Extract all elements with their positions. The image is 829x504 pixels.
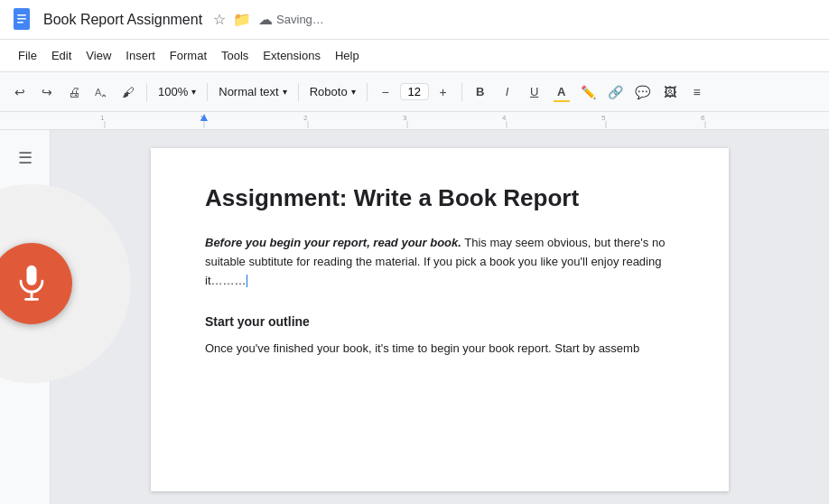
menu-help[interactable]: Help: [328, 45, 367, 66]
font-size-increase-button[interactable]: +: [431, 79, 456, 105]
menu-extensions[interactable]: Extensions: [256, 45, 328, 66]
title-bar: Book Report Assignment ☆ 📁 ☁ Saving…: [0, 0, 829, 40]
voice-input-button[interactable]: [0, 243, 72, 324]
star-icon[interactable]: ☆: [213, 11, 226, 28]
svg-text:6: 6: [701, 114, 705, 122]
saving-status: Saving…: [276, 13, 324, 26]
svg-text:3: 3: [403, 114, 407, 122]
separator-3: [298, 83, 299, 101]
section2-title: Start your outline: [205, 312, 675, 331]
zoom-dropdown[interactable]: 100% ▾: [153, 79, 201, 105]
document-heading: Assignment: Write a Book Report: [205, 184, 675, 212]
bold-button[interactable]: B: [468, 79, 493, 105]
document-body[interactable]: Before you begin your report, read your …: [205, 234, 675, 359]
toolbar: ↩ ↪ 🖨 A 🖌 100% ▾ Normal text ▾ Roboto ▾ …: [0, 72, 829, 112]
svg-rect-20: [26, 266, 36, 285]
svg-text:4: 4: [502, 114, 507, 122]
ruler-content: 1 1 2 3 4 5 6: [51, 112, 829, 129]
menu-view[interactable]: View: [79, 45, 118, 66]
menu-file[interactable]: File: [11, 45, 44, 66]
svg-text:2: 2: [303, 114, 308, 122]
menu-tools[interactable]: Tools: [214, 45, 256, 66]
separator-5: [461, 83, 462, 101]
sidebar: ☰: [0, 130, 51, 504]
menu-bar: File Edit View Insert Format Tools Exten…: [0, 40, 829, 72]
font-size-input[interactable]: [400, 83, 429, 100]
svg-text:1: 1: [100, 114, 105, 122]
highlight-button[interactable]: ✏️: [576, 79, 601, 105]
menu-format[interactable]: Format: [163, 45, 214, 66]
document-area: Assignment: Write a Book Report Before y…: [51, 130, 829, 504]
undo-button[interactable]: ↩: [7, 79, 33, 105]
menu-insert[interactable]: Insert: [118, 45, 163, 66]
italic-button[interactable]: I: [495, 79, 520, 105]
font-family-arrow: ▾: [351, 87, 356, 97]
svg-rect-1: [17, 14, 26, 16]
separator-4: [367, 83, 368, 101]
text-cursor: [247, 275, 247, 287]
paint-format-button[interactable]: 🖌: [116, 79, 141, 105]
spell-check-button[interactable]: A: [88, 79, 114, 105]
image-button[interactable]: 🖼: [657, 79, 683, 105]
font-family-dropdown[interactable]: Roboto ▾: [304, 79, 361, 105]
para-style-arrow: ▾: [283, 87, 287, 97]
document-page: Assignment: Write a Book Report Before y…: [151, 148, 729, 491]
text-color-button[interactable]: A: [549, 79, 574, 105]
outline-icon[interactable]: ☰: [18, 148, 33, 168]
zoom-arrow: ▾: [191, 87, 196, 97]
redo-button[interactable]: ↪: [34, 79, 60, 105]
ruler: 1 1 2 3 4 5 6: [0, 112, 829, 130]
menu-edit[interactable]: Edit: [44, 45, 79, 66]
comment-button[interactable]: 💬: [630, 79, 656, 105]
section2-body: Once you've finished your book, it's tim…: [205, 340, 675, 359]
doc-icon: [11, 7, 36, 33]
svg-text:A: A: [95, 87, 102, 98]
paragraph1-bold: Before you begin your report, read your …: [205, 236, 461, 249]
svg-rect-3: [17, 22, 23, 23]
document-title: Book Report Assignment: [43, 12, 202, 28]
underline-button[interactable]: U: [522, 79, 547, 105]
separator-1: [146, 83, 147, 101]
paragraph-style-dropdown[interactable]: Normal text ▾: [213, 79, 292, 105]
cloud-icon[interactable]: ☁: [258, 11, 273, 28]
folder-icon[interactable]: 📁: [233, 11, 251, 28]
svg-text:5: 5: [601, 114, 606, 122]
font-size-decrease-button[interactable]: −: [373, 79, 398, 105]
mic-icon: [14, 263, 49, 304]
title-icons: ☆ 📁 ☁: [213, 11, 273, 28]
print-button[interactable]: 🖨: [61, 79, 87, 105]
separator-2: [207, 83, 208, 101]
svg-rect-2: [17, 18, 26, 20]
more-options-button[interactable]: ≡: [685, 79, 710, 105]
link-button[interactable]: 🔗: [603, 79, 629, 105]
